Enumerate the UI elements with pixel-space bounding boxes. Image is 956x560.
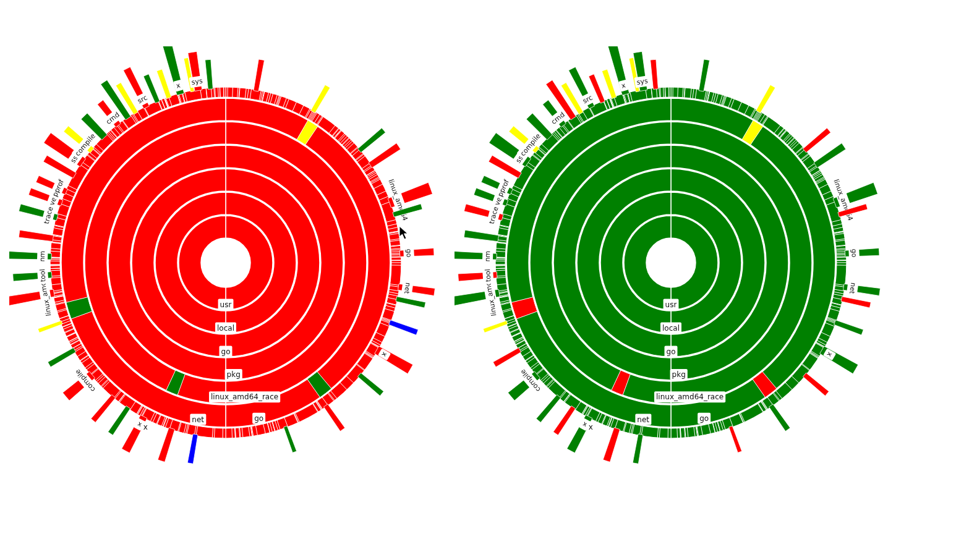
sunburst-label: x [143,423,148,431]
sunburst-spike[interactable] [357,128,385,153]
sunburst-chart-right[interactable]: nmtracevetpprofssacompilecmdsrcxsyslinux… [455,46,887,479]
sunburst-spike[interactable] [369,143,401,168]
sunburst-label: linux_amd64_race [211,392,278,401]
sunburst-spike[interactable] [602,69,617,99]
sunburst-center[interactable] [647,239,694,286]
sunburst-spike[interactable] [803,128,830,153]
sunburst-label: pkg [227,370,241,379]
sunburst-spike[interactable] [91,394,116,422]
svg-line-246 [218,87,219,97]
sunburst-svg: nmtracevetpprofssacompilecmdsrcxsyslinux… [9,46,442,479]
sunburst-label: pkg [672,370,686,379]
sunburst-spike[interactable] [19,230,53,241]
sunburst-label: tool [484,269,492,282]
sunburst-spike[interactable] [396,297,425,308]
sunburst-label: usr [220,300,232,309]
svg-line-316 [232,428,233,438]
sunburst-spike[interactable] [254,59,264,91]
sunburst-label: net [848,282,857,294]
sunburst-spike[interactable] [357,373,383,396]
sunburst-label: go [667,347,676,356]
sunburst-label: net [403,282,412,294]
sunburst-spike[interactable] [603,428,620,462]
sunburst-label: x [589,423,593,431]
sunburst-spike[interactable] [38,321,62,333]
sunburst-spike[interactable] [156,69,171,99]
stage: nmtracevetpprofssacompilecmdsrcxsyslinux… [0,0,956,560]
sunburst-label: go [404,248,413,258]
sunburst-spike[interactable] [48,348,76,367]
sunburst-center[interactable] [202,239,249,286]
sunburst-label: nm [38,251,47,262]
svg-line-300 [50,268,60,269]
sunburst-spike[interactable] [205,59,213,89]
sunburst-spike[interactable] [553,406,576,435]
sunburst-spike[interactable] [375,346,413,374]
sunburst-spike[interactable] [699,59,709,91]
sunburst-label: tool [38,269,47,282]
sunburst-spike[interactable] [820,346,858,374]
sunburst-spike[interactable] [323,404,344,431]
sunburst-spike[interactable] [493,348,521,367]
sunburst-spike[interactable] [729,426,742,452]
svg-line-425 [665,87,665,97]
sunburst-spike[interactable] [483,321,508,333]
sunburst-spike[interactable] [769,404,790,431]
sunburst-spike[interactable] [834,320,864,335]
sunburst-spike[interactable] [651,59,659,89]
sunburst-spike[interactable] [158,428,174,462]
sunburst-spike[interactable] [464,230,498,241]
sunburst-label: go [254,414,263,423]
sunburst-spike[interactable] [633,434,643,464]
sunburst-spike[interactable] [841,297,871,308]
sunburst-svg: nmtracevetpprofssacompilecmdsrcxsyslinux… [455,46,887,479]
sunburst-label: usr [665,300,677,309]
sunburst-spike[interactable] [311,85,330,113]
sunburst-label: nm [484,251,492,262]
sunburst-label: local [662,324,680,333]
sunburst-spike[interactable] [389,320,419,335]
sunburst-label: go [221,347,231,356]
sunburst-label: local [217,324,234,333]
sunburst-label: net [637,415,649,424]
sunburst-label: go [699,414,709,423]
sunburst-label: go [850,248,858,258]
sunburst-spike[interactable] [536,394,561,422]
svg-line-620 [495,268,505,269]
svg-line-613 [678,87,678,97]
svg-line-293 [233,87,233,97]
sunburst-spike[interactable] [756,85,775,113]
sunburst-spike[interactable] [814,143,846,168]
sunburst-spike[interactable] [284,426,297,452]
sunburst-chart-left[interactable]: nmtracevetpprofssacompilecmdsrcxsyslinux… [9,46,442,479]
svg-line-636 [677,428,678,438]
sunburst-spike[interactable] [187,434,198,464]
sunburst-spike[interactable] [803,373,829,396]
sunburst-spike[interactable] [108,406,130,435]
sunburst-label: linux_amd64_race [656,392,723,401]
svg-line-105 [220,87,220,97]
svg-line-566 [664,87,664,97]
sunburst-label: net [192,415,204,424]
